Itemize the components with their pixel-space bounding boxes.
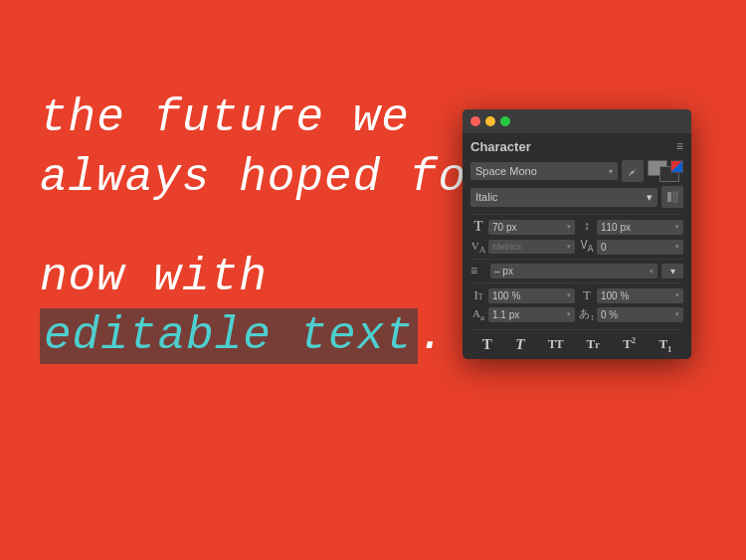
leading-chevron: ▾	[675, 223, 679, 231]
traffic-light-red[interactable]	[470, 116, 480, 126]
font-size-input[interactable]: 70 px ▾	[488, 220, 575, 235]
scale-row: IT 100 % ▾ T 100 % ▾	[470, 287, 683, 303]
line4-period: .	[418, 310, 447, 362]
panel-body: Character ≡ Space Mono ▾	[463, 133, 691, 359]
svg-rect-1	[673, 192, 677, 202]
indent-chevron: ▾	[650, 268, 653, 276]
hscale-chevron: ▾	[675, 291, 679, 299]
horizontal-scale-group: T 100 % ▾	[579, 287, 683, 303]
color-swatch-group[interactable]	[648, 160, 683, 182]
baseline-shift-icon: あ↕	[579, 306, 595, 322]
style-chevron: ▾	[647, 191, 653, 204]
font-style-row: Italic ▾	[470, 186, 683, 208]
indent-dropdown[interactable]: ▾	[661, 264, 683, 279]
font-family-row: Space Mono ▾	[470, 160, 683, 182]
vertical-scale-group: IT 100 % ▾	[470, 287, 575, 303]
divider-1	[470, 214, 683, 215]
tracking-chevron: ▾	[675, 243, 679, 251]
font-size-group: T 70 px ▾	[470, 219, 575, 235]
panel-title-row: Character ≡	[470, 139, 683, 154]
eyedropper-icon	[628, 166, 639, 177]
swatch-accent	[670, 160, 683, 173]
baseline-group: Aa 1.1 px ▾	[470, 307, 575, 322]
panel-menu-icon[interactable]: ≡	[676, 140, 683, 154]
baseline-icon: Aa	[470, 307, 486, 322]
tracking-icon: VA	[579, 239, 595, 255]
horizontal-scale-input[interactable]: 100 % ▾	[597, 288, 683, 303]
traffic-light-yellow[interactable]	[485, 116, 495, 126]
style-icon-button[interactable]	[661, 186, 683, 208]
indent-icon: ≡	[470, 265, 486, 279]
editable-text-highlight: editable text	[40, 308, 418, 364]
kerning-label: Metrics	[492, 242, 521, 252]
size-leading-row: T 70 px ▾ ↕ 110 px ▾	[470, 219, 683, 235]
font-style-select[interactable]: Italic ▾	[470, 188, 657, 207]
tracking-group: VA 0 ▾	[579, 239, 683, 255]
subline-text: now with editable text.	[40, 249, 523, 368]
font-family-chevron: ▾	[609, 167, 613, 176]
vertical-scale-icon: IT	[470, 287, 486, 303]
type-btn-italic[interactable]: T	[515, 336, 524, 353]
type-btn-allcaps[interactable]: TT	[548, 337, 563, 352]
baseline-shift-input[interactable]: 0 % ▾	[597, 307, 683, 322]
character-panel: Character ≡ Space Mono ▾	[463, 109, 691, 359]
font-family-select[interactable]: Space Mono ▾	[470, 162, 618, 180]
baseline-chevron: ▾	[567, 310, 571, 318]
indent-row: ≡ – px ▾ ▾	[470, 264, 683, 279]
leading-icon: ↕	[579, 220, 595, 234]
type-styles-row: T T TT Tr T2 T1	[470, 329, 683, 354]
leading-input[interactable]: 110 px ▾	[597, 220, 683, 235]
line1: the future we	[40, 93, 410, 144]
divider-2	[470, 259, 683, 260]
baseline-input[interactable]: 1.1 px ▾	[488, 307, 575, 322]
divider-3	[470, 282, 683, 283]
tracking-input[interactable]: 0 ▾	[597, 240, 683, 255]
kerning-icon: VA	[470, 240, 486, 255]
line3: now with	[40, 252, 268, 303]
kerning-row: VA Metrics ▾ VA 0 ▾	[470, 239, 683, 255]
svg-rect-0	[667, 192, 671, 202]
baseline-shift-group: あ↕ 0 % ▾	[579, 306, 683, 322]
type-btn-smallcaps[interactable]: Tr	[587, 336, 600, 352]
font-size-chevron: ▾	[567, 223, 571, 231]
panel-title: Character	[470, 139, 531, 154]
eyedropper-button[interactable]	[622, 160, 644, 182]
bshift-chevron: ▾	[675, 310, 679, 318]
baseline-row: Aa 1.1 px ▾ あ↕ 0 % ▾	[470, 306, 683, 322]
indent-input[interactable]: – px ▾	[490, 264, 657, 279]
vertical-scale-input[interactable]: 100 % ▾	[488, 288, 575, 303]
type-btn-regular[interactable]: T	[482, 336, 492, 353]
kerning-input[interactable]: Metrics ▾	[488, 240, 575, 254]
kerning-chevron: ▾	[567, 243, 571, 251]
horizontal-scale-icon: T	[579, 287, 595, 303]
indent-dropdown-chevron: ▾	[670, 266, 675, 277]
text-style-icon	[665, 190, 679, 204]
vscale-chevron: ▾	[567, 291, 571, 299]
background: the future we always hoped for. now with…	[0, 0, 746, 560]
leading-group: ↕ 110 px ▾	[579, 220, 683, 235]
type-btn-subscript[interactable]: T1	[659, 336, 672, 354]
traffic-light-green[interactable]	[500, 116, 510, 126]
main-content: the future we always hoped for. now with…	[40, 90, 523, 367]
headline-text: the future we always hoped for.	[40, 90, 523, 209]
font-size-icon: T	[470, 219, 486, 235]
line2: always hoped for.	[40, 152, 523, 204]
panel-titlebar	[463, 109, 691, 133]
kerning-group: VA Metrics ▾	[470, 240, 575, 255]
type-btn-superscript[interactable]: T2	[623, 336, 636, 352]
